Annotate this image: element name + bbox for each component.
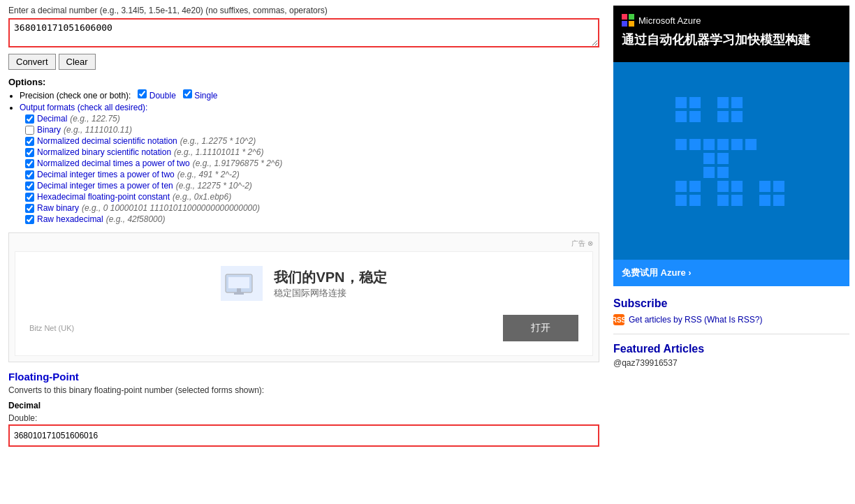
norm-bin-sci-checkbox[interactable] xyxy=(25,148,34,157)
raw-bin-example: (e.g., 0 10000101 1110101100000000000000… xyxy=(82,203,260,213)
subscribe-title: Subscribe xyxy=(613,297,849,310)
output-formats-label: Output formats (check all desired): xyxy=(20,103,147,112)
dec-int-pow10-label[interactable]: Decimal integer times a power of ten xyxy=(37,181,173,191)
convert-button[interactable]: Convert xyxy=(8,54,56,70)
svg-rect-22 xyxy=(675,181,687,192)
svg-rect-21 xyxy=(717,167,729,178)
output-formats-option: Output formats (check all desired): Deci… xyxy=(20,103,599,224)
norm-dec-pow2-label[interactable]: Normalized decimal times a power of two xyxy=(37,158,190,168)
format-raw-bin: Raw binary (e.g., 0 10000101 11101011000… xyxy=(25,203,599,213)
double-checkbox[interactable] xyxy=(138,89,147,98)
hex-fp-label[interactable]: Hexadecimal floating-point constant xyxy=(37,192,170,202)
svg-rect-18 xyxy=(703,153,715,164)
ad-open-button[interactable]: 打开 xyxy=(503,315,578,341)
double-result-input[interactable] xyxy=(8,424,599,447)
norm-dec-sci-label[interactable]: Normalized decimal scientific notation xyxy=(37,136,177,146)
hex-fp-checkbox[interactable] xyxy=(25,193,34,202)
format-hex-fp: Hexadecimal floating-point constant (e.g… xyxy=(25,192,599,202)
raw-hex-example: (e.g., 42f58000) xyxy=(106,214,166,224)
vpn-icon xyxy=(221,266,263,301)
binary-label[interactable]: Binary xyxy=(37,125,61,135)
ms-squares-icon xyxy=(622,14,634,27)
ms-banner-title: 通过自动化机器学习加快模型构建 xyxy=(622,32,841,48)
double-label: Double xyxy=(149,91,176,101)
precision-label: Precision (check one or both): xyxy=(20,91,131,101)
result-group-decimal: Decimal Double: xyxy=(8,401,599,447)
svg-rect-23 xyxy=(689,181,701,192)
svg-rect-24 xyxy=(717,181,729,192)
featured-title: Featured Articles xyxy=(613,343,849,355)
svg-rect-16 xyxy=(731,139,743,150)
decimal-label[interactable]: Decimal xyxy=(37,114,67,124)
decimal-group-label: Decimal xyxy=(8,401,599,410)
svg-rect-1 xyxy=(228,277,249,288)
ms-square-blue xyxy=(622,21,627,27)
svg-rect-8 xyxy=(717,97,729,108)
ms-logo: Microsoft Azure xyxy=(622,14,841,27)
format-binary: Binary (e.g., 1111010.11) xyxy=(25,125,599,135)
svg-rect-13 xyxy=(689,139,701,150)
featured-subtitle: @qaz739916537 xyxy=(613,358,849,368)
dec-int-pow10-example: (e.g., 12275 * 10^-2) xyxy=(176,181,252,191)
format-dec-int-pow2: Decimal integer times a power of two (e.… xyxy=(25,170,599,179)
ms-pixel-art xyxy=(662,90,801,230)
svg-rect-2 xyxy=(237,288,241,292)
decimal-checkbox[interactable] xyxy=(25,114,34,124)
svg-rect-7 xyxy=(689,111,701,122)
ad-footer: Bitz Net (UK) 打开 xyxy=(29,315,578,341)
divider xyxy=(613,334,849,334)
svg-rect-14 xyxy=(703,139,715,150)
raw-hex-label[interactable]: Raw hexadecimal xyxy=(37,214,103,224)
ms-azure-banner: Microsoft Azure 通过自动化机器学习加快模型构建 xyxy=(613,6,849,62)
double-field-label: Double: xyxy=(8,413,599,423)
svg-rect-27 xyxy=(773,181,784,192)
ms-square-green xyxy=(629,14,634,20)
dec-int-pow10-checkbox[interactable] xyxy=(25,181,34,191)
vpn-subtitle: 稳定国际网络连接 xyxy=(274,287,386,299)
rss-link[interactable]: RSS Get articles by RSS (What Is RSS?) xyxy=(613,314,849,325)
ad-text-block: 我们的VPN，稳定 稳定国际网络连接 xyxy=(274,268,386,299)
checkbox-list: Decimal (e.g., 122.75) Binary (e.g., 111… xyxy=(25,114,599,224)
norm-dec-sci-checkbox[interactable] xyxy=(25,137,34,146)
format-norm-bin-sci: Normalized binary scientific notation (e… xyxy=(25,147,599,157)
raw-bin-checkbox[interactable] xyxy=(25,204,34,213)
number-input[interactable]: 368010171051606000 xyxy=(8,18,599,47)
double-checkbox-label[interactable]: Double xyxy=(138,91,178,101)
single-checkbox[interactable] xyxy=(183,89,192,98)
svg-rect-28 xyxy=(675,195,687,206)
norm-dec-pow2-checkbox[interactable] xyxy=(25,159,34,168)
ms-azure-text: Microsoft Azure xyxy=(638,15,701,26)
single-checkbox-label[interactable]: Single xyxy=(183,91,218,101)
norm-bin-sci-label[interactable]: Normalized binary scientific notation xyxy=(37,147,171,157)
clear-button[interactable]: Clear xyxy=(59,54,96,70)
single-label: Single xyxy=(194,91,217,101)
svg-rect-3 xyxy=(234,292,244,295)
ms-cta-row[interactable]: 免费试用 Azure › xyxy=(613,260,849,286)
results-title: Floating-Point xyxy=(8,371,599,383)
norm-dec-pow2-example: (e.g., 1.91796875 * 2^6) xyxy=(193,158,282,168)
results-desc: Converts to this binary floating-point n… xyxy=(8,385,599,395)
ms-cta-button[interactable]: 免费试用 Azure › xyxy=(622,267,692,279)
button-row: Convert Clear xyxy=(8,54,599,70)
precision-option: Precision (check one or both): Double Si… xyxy=(20,89,599,101)
raw-bin-label[interactable]: Raw binary xyxy=(37,203,79,213)
raw-hex-checkbox[interactable] xyxy=(25,215,34,224)
dec-int-pow2-checkbox[interactable] xyxy=(25,170,34,179)
svg-rect-9 xyxy=(731,97,743,108)
ad-label: 广告 ⊗ xyxy=(15,239,593,249)
format-norm-dec-pow2: Normalized decimal times a power of two … xyxy=(25,158,599,168)
svg-rect-6 xyxy=(675,111,687,122)
norm-dec-sci-example: (e.g., 1.2275 * 10^2) xyxy=(180,136,256,146)
input-hint: Enter a decimal number (e.g., 3.14l5, 1.… xyxy=(8,6,599,15)
dec-int-pow2-label[interactable]: Decimal integer times a power of two xyxy=(37,170,175,179)
svg-rect-33 xyxy=(773,195,784,206)
decimal-example: (e.g., 122.75) xyxy=(70,114,119,124)
ms-square-red xyxy=(622,14,627,20)
subscribe-section: Subscribe RSS Get articles by RSS (What … xyxy=(613,297,849,325)
options-label: Options: xyxy=(8,77,45,87)
binary-checkbox[interactable] xyxy=(25,126,34,135)
svg-rect-5 xyxy=(689,97,701,108)
ad-container: 广告 ⊗ 我们的VPN，稳定 稳定国际网络连接 xyxy=(8,232,599,362)
svg-rect-29 xyxy=(689,195,701,206)
svg-rect-30 xyxy=(717,195,729,206)
